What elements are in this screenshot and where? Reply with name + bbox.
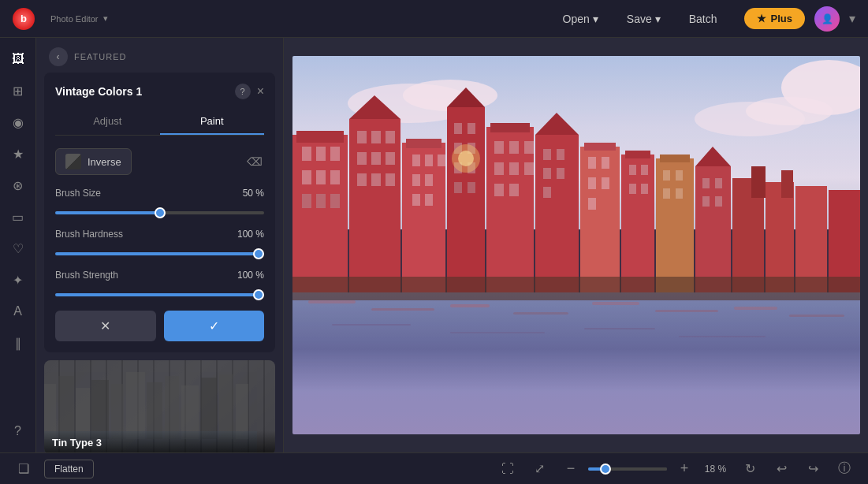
sidebar-item-question[interactable]: ?: [5, 418, 32, 445]
layers-icon[interactable]: ❑: [13, 458, 35, 480]
inverse-row: Inverse ⌫: [55, 148, 264, 175]
undo-icon[interactable]: ↩: [770, 458, 792, 480]
filter-card-actions: ? ×: [235, 84, 264, 99]
topbar-center: Open ▾ Save ▾ Batch: [552, 8, 728, 30]
filter-card: Vintage Colors 1 ? × Adjust Paint Invers…: [44, 73, 275, 352]
filter-title: Vintage Colors 1: [55, 85, 142, 98]
zoom-out-icon[interactable]: −: [560, 458, 582, 480]
open-button[interactable]: Open ▾: [552, 8, 609, 30]
thumbnail-tin-type[interactable]: Tin Type 3: [44, 360, 275, 452]
sidebar-item-text[interactable]: A: [5, 298, 32, 325]
zoom-controls: − + 18 %: [560, 458, 729, 480]
bottom-bar: ❑ Flatten ⛶ ⤢ − + 18 % ↻ ↩ ↪ ⓘ: [0, 452, 868, 484]
back-button[interactable]: ‹: [49, 47, 68, 66]
sidebar-item-heart[interactable]: ♡: [5, 235, 32, 262]
main-area: 🖼 ⊞ ◉ ★ ⊛ ▭ ♡ ✦ A ∥ ? ‹ FEATURED Vintage…: [0, 38, 868, 452]
tabs: Adjust Paint: [55, 109, 264, 136]
avatar-initials: 👤: [821, 13, 833, 24]
erase-icon[interactable]: ⌫: [245, 152, 264, 171]
brush-hardness-value: 100 %: [237, 229, 264, 240]
avatar-arrow[interactable]: ▾: [849, 11, 855, 26]
thumbnail-label: Tin Type 3: [44, 430, 275, 452]
sidebar-item-brush[interactable]: ∥: [5, 329, 32, 356]
zoom-range-input[interactable]: [588, 467, 667, 471]
tab-adjust[interactable]: Adjust: [55, 109, 160, 135]
confirm-button[interactable]: ✓: [164, 311, 265, 341]
topbar-right: ★ Plus 👤 ▾: [744, 6, 855, 32]
cancel-button[interactable]: ✕: [55, 311, 156, 341]
plus-button[interactable]: ★ Plus: [744, 8, 805, 29]
svg-rect-123: [292, 56, 860, 434]
brush-strength-value: 100 %: [237, 270, 264, 281]
sidebar-item-badge[interactable]: ✦: [5, 266, 32, 293]
sidebar-item-star[interactable]: ★: [5, 140, 32, 167]
flatten-button[interactable]: Flatten: [44, 460, 94, 478]
inverse-button[interactable]: Inverse: [55, 148, 132, 175]
redo-icon[interactable]: ↪: [802, 458, 824, 480]
sidebar-item-frame[interactable]: ▭: [5, 203, 32, 230]
svg-rect-5: [126, 372, 145, 439]
brush-size-slider-group: Brush Size 50 %: [55, 188, 264, 218]
plus-star-icon: ★: [757, 13, 766, 24]
brush-hardness-input[interactable]: [55, 252, 264, 255]
zoom-in-icon[interactable]: +: [673, 458, 695, 480]
close-filter-button[interactable]: ×: [257, 84, 264, 99]
canvas-area[interactable]: [284, 38, 868, 452]
batch-button[interactable]: Batch: [678, 8, 728, 30]
inverse-label: Inverse: [88, 156, 121, 168]
brush-size-label: Brush Size 50 %: [55, 188, 264, 199]
sidebar-item-eye[interactable]: ◉: [5, 109, 32, 136]
fit-screen-icon[interactable]: ⛶: [497, 458, 519, 480]
sidebar-item-nodes[interactable]: ⊛: [5, 172, 32, 199]
expand-icon[interactable]: ⤢: [528, 458, 550, 480]
left-panel: ‹ FEATURED Vintage Colors 1 ? × Adjust P…: [36, 38, 284, 452]
zoom-percentage: 18 %: [702, 464, 729, 475]
icon-bar: 🖼 ⊞ ◉ ★ ⊛ ▭ ♡ ✦ A ∥ ?: [0, 38, 36, 452]
app-title-arrow: ▾: [103, 13, 108, 24]
zoom-slider[interactable]: [588, 467, 667, 471]
photo-svg: [292, 56, 860, 434]
app-title-dropdown[interactable]: Photo Editor ▾: [50, 13, 108, 24]
brush-hardness-slider-group: Brush Hardness 100 %: [55, 229, 264, 259]
svg-rect-1: [58, 376, 74, 439]
filter-card-header: Vintage Colors 1 ? ×: [55, 84, 264, 99]
brush-hardness-label: Brush Hardness 100 %: [55, 229, 264, 240]
info-icon[interactable]: ⓘ: [833, 458, 855, 480]
brush-strength-label: Brush Strength 100 %: [55, 270, 264, 281]
sidebar-item-image[interactable]: 🖼: [5, 46, 32, 73]
tab-paint[interactable]: Paint: [160, 109, 265, 135]
brush-size-value: 50 %: [243, 188, 264, 199]
svg-rect-124: [292, 277, 860, 300]
action-buttons: ✕ ✓: [55, 311, 264, 341]
topbar: b Photo Editor ▾ Open ▾ Save ▾ Batch ★ P…: [0, 0, 868, 38]
app-logo[interactable]: b: [13, 8, 35, 30]
svg-rect-10: [219, 374, 233, 439]
brush-strength-slider-group: Brush Strength 100 %: [55, 270, 264, 300]
brush-size-input[interactable]: [55, 211, 264, 214]
help-icon[interactable]: ?: [235, 84, 251, 99]
inverse-icon: [65, 154, 81, 169]
app-title-text: Photo Editor: [50, 14, 99, 24]
sidebar-item-sliders[interactable]: ⊞: [5, 77, 32, 104]
avatar[interactable]: 👤: [814, 6, 840, 32]
brush-strength-input[interactable]: [55, 293, 264, 296]
svg-rect-7: [165, 376, 179, 439]
photo-canvas: [292, 56, 860, 434]
loop-icon[interactable]: ↻: [739, 458, 761, 480]
featured-label: FEATURED: [74, 52, 126, 61]
panel-header: ‹ FEATURED: [36, 38, 283, 73]
save-button[interactable]: Save ▾: [616, 8, 672, 30]
